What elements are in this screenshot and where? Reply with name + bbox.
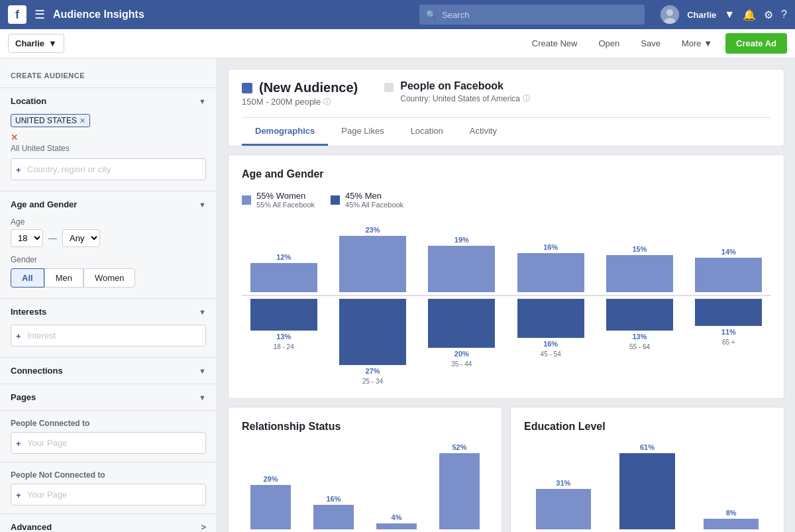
app-title: Audience Insights [53, 9, 144, 21]
edu-bar-1 [619, 453, 674, 529]
more-chevron-icon: ▼ [704, 38, 712, 48]
people-not-connected-section: People Not Connected to + [0, 462, 217, 513]
advanced-label: Advanced [11, 522, 52, 532]
audience-color-box [242, 83, 252, 93]
edu-bar-col-0: 31% [524, 443, 603, 529]
women-bar-0 [250, 263, 317, 292]
legend-men: 45% Men 45% All Facebook [331, 191, 403, 209]
audience-header-card: (New Audience) 150M - 200M people ⓘ Peop… [228, 69, 784, 146]
people-not-connected-plus-icon: + [16, 490, 21, 500]
women-bar-col-1: 23% [331, 219, 414, 292]
women-bar-col-4: 15% [598, 219, 681, 292]
charlie-dropdown[interactable]: Charlie ▼ [8, 34, 64, 53]
women-pct-label-4: 15% [632, 245, 647, 253]
men-bar-col-1: 27% 25 - 34 [331, 299, 414, 385]
location-input[interactable] [11, 158, 206, 180]
gender-all-button[interactable]: All [11, 268, 44, 288]
men-pct-label-2: 20% [454, 350, 469, 358]
fb-country: Country: United States of America ⓘ [400, 93, 530, 103]
rel-pct-1: 16% [326, 495, 341, 503]
fb-logo-icon: f [8, 5, 26, 24]
advanced-section[interactable]: Advanced > [0, 513, 217, 532]
search-icon: 🔍 [426, 10, 437, 20]
rel-bar-col-2: 4% [368, 443, 425, 529]
age-gender-chart-title: Age and Gender [242, 168, 770, 180]
men-bar-col-4: 13% 55 - 64 [598, 299, 681, 350]
charts-area: Age and Gender 55% Women 55% All Faceboo… [228, 154, 784, 532]
tab-demographics[interactable]: Demographics [242, 118, 328, 146]
top-navigation: f ☰ Audience Insights 🔍 Charlie ▼ 🔔 ⚙ ? [0, 0, 795, 29]
location-tags: UNITED STATES ✕ [11, 114, 206, 127]
main-layout: CREATE AUDIENCE Location ▼ UNITED STATES… [0, 58, 795, 532]
search-input[interactable] [442, 10, 638, 20]
age-to-select[interactable]: Any [62, 229, 100, 247]
gender-women-button[interactable]: Women [83, 268, 136, 288]
tab-activity[interactable]: Activity [456, 118, 510, 146]
legend-women-box [242, 195, 251, 205]
avatar[interactable] [661, 5, 679, 24]
gender-field: Gender All Men Women [11, 255, 206, 288]
people-connected-input[interactable] [11, 432, 206, 454]
pages-label: Pages [11, 392, 36, 402]
fb-color-box [384, 83, 394, 92]
men-bar-col-3: 16% 45 - 54 [509, 299, 592, 358]
more-button[interactable]: More ▼ [674, 34, 720, 52]
women-bar-col-3: 16% [509, 219, 592, 292]
open-button[interactable]: Open [590, 34, 627, 52]
people-not-connected-label: People Not Connected to [11, 470, 206, 480]
save-button[interactable]: Save [633, 34, 668, 52]
women-bar-2 [428, 246, 495, 292]
edu-pct-0: 31% [556, 479, 570, 487]
education-title: Education Level [524, 421, 770, 433]
edu-bar-2 [704, 519, 759, 529]
age-from-select[interactable]: 18 [11, 229, 43, 247]
notification-icon[interactable]: 🔔 [743, 9, 756, 21]
create-new-button[interactable]: Create New [524, 34, 586, 52]
tab-page-likes[interactable]: Page Likes [328, 118, 397, 146]
age-label-4: 55 - 64 [629, 343, 650, 350]
connections-section-header[interactable]: Connections ▼ [0, 358, 217, 384]
location-section-content: UNITED STATES ✕ ✕ All United States + [0, 114, 217, 191]
create-ad-button[interactable]: Create Ad [725, 33, 787, 54]
people-not-connected-input[interactable] [11, 484, 206, 505]
interest-input[interactable] [11, 325, 206, 346]
pages-chevron-icon: ▼ [199, 394, 206, 401]
location-all-label: All United States [11, 144, 206, 153]
pages-section-header[interactable]: Pages ▼ [0, 384, 217, 410]
location-section-header[interactable]: Location ▼ [0, 88, 217, 114]
gender-men-button[interactable]: Men [44, 268, 83, 288]
settings-icon[interactable]: ⚙ [764, 9, 773, 21]
interests-section-header[interactable]: Interests ▼ [0, 299, 217, 325]
rel-bar-1 [313, 505, 354, 529]
connections-section: Connections ▼ [0, 357, 217, 384]
svg-point-1 [666, 9, 673, 16]
location-tag-remove-icon[interactable]: ✕ [80, 117, 85, 125]
chevron-down-icon[interactable]: ▼ [724, 9, 735, 21]
women-bar-col-2: 19% [420, 219, 504, 292]
men-bar-1 [339, 299, 406, 365]
men-bar-2 [428, 299, 495, 348]
audience-size-info-icon[interactable]: ⓘ [323, 97, 331, 107]
tab-location[interactable]: Location [398, 118, 456, 146]
women-bar-5 [695, 258, 762, 292]
rel-bar-col-0: 29% [242, 443, 299, 529]
interests-chevron-icon: ▼ [199, 308, 206, 316]
fb-country-info-icon[interactable]: ⓘ [523, 93, 530, 103]
sub-navigation: Charlie ▼ Create New Open Save More ▼ Cr… [0, 29, 795, 58]
help-icon[interactable]: ? [781, 9, 787, 21]
women-bar-1 [339, 236, 406, 292]
men-bar-0 [250, 299, 317, 331]
women-bar-4 [606, 255, 673, 292]
create-audience-header: CREATE AUDIENCE [0, 66, 217, 87]
sidebar: CREATE AUDIENCE Location ▼ UNITED STATES… [0, 58, 217, 532]
people-connected-section: People Connected to + [0, 410, 217, 462]
men-bar-col-2: 20% 35 - 44 [420, 299, 504, 368]
age-gender-section-header[interactable]: Age and Gender ▼ [0, 191, 217, 217]
interests-label: Interests [11, 307, 46, 317]
hamburger-menu-icon[interactable]: ☰ [34, 7, 45, 22]
people-connected-plus-icon: + [16, 438, 21, 448]
men-pct-label-4: 13% [632, 333, 647, 341]
people-not-connected-input-wrap: + [11, 484, 206, 505]
location-x-icon[interactable]: ✕ [11, 133, 18, 142]
age-label-1: 25 - 34 [362, 378, 383, 385]
